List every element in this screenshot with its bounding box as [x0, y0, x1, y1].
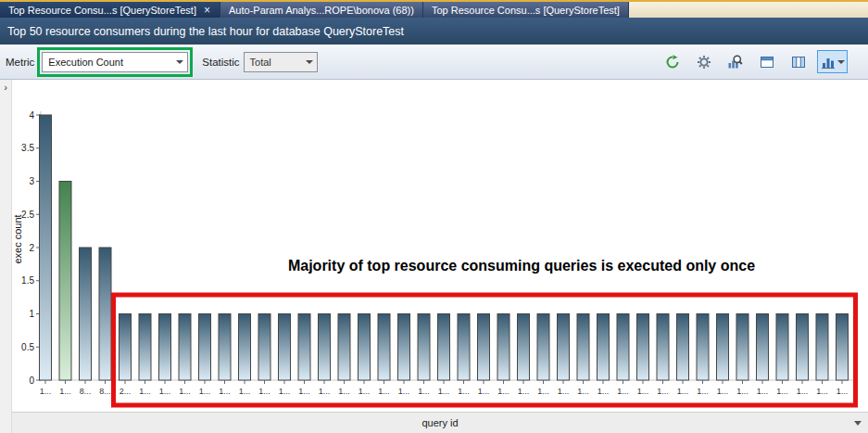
tab-auto-param-analysis[interactable]: Auto-Param Analys...ROPE\bonova (68)) — [220, 2, 423, 18]
tab-label: Top Resource Consu...s [QueryStoreTest] — [432, 5, 620, 16]
bar[interactable] — [418, 314, 430, 381]
svg-text:1...: 1... — [279, 387, 291, 396]
svg-text:1...: 1... — [577, 387, 589, 396]
metric-dropdown[interactable]: Execution Count — [42, 52, 188, 72]
bar[interactable] — [120, 314, 132, 381]
bar-highlighted[interactable] — [59, 182, 71, 381]
bar[interactable] — [837, 314, 849, 381]
bar[interactable] — [378, 314, 390, 381]
bar[interactable] — [577, 314, 589, 381]
svg-text:1...: 1... — [398, 387, 410, 396]
bar[interactable] — [458, 314, 470, 381]
refresh-button[interactable] — [660, 50, 685, 73]
bar[interactable] — [776, 314, 788, 381]
grid-view-button[interactable] — [786, 50, 811, 73]
svg-text:2.5: 2.5 — [21, 210, 34, 220]
svg-text:8...: 8... — [80, 387, 92, 396]
svg-text:1...: 1... — [736, 387, 748, 396]
bar[interactable] — [258, 314, 270, 381]
bar[interactable] — [558, 314, 570, 381]
bar[interactable] — [359, 314, 371, 381]
bar[interactable] — [637, 314, 649, 381]
svg-text:3: 3 — [29, 176, 34, 186]
main-content: › exec count 00.511.522.533.541...1...8.… — [0, 80, 868, 433]
bar[interactable] — [199, 314, 211, 381]
tab-top-resource-consumers-2[interactable]: Top Resource Consu...s [QueryStoreTest] — [423, 2, 629, 18]
svg-text:0.5: 0.5 — [21, 342, 34, 352]
chevron-down-icon — [172, 53, 187, 71]
svg-text:1...: 1... — [637, 387, 649, 396]
bar[interactable] — [617, 314, 629, 381]
svg-text:1...: 1... — [59, 387, 71, 396]
statistic-label: Statistic — [202, 57, 239, 68]
bar[interactable] — [99, 248, 111, 380]
svg-text:1: 1 — [29, 309, 34, 319]
svg-text:4: 4 — [29, 110, 34, 121]
svg-text:1...: 1... — [478, 387, 490, 396]
y-axis-title: exec count — [12, 210, 23, 269]
bar[interactable] — [239, 314, 251, 381]
statistic-dropdown[interactable]: Total — [244, 52, 318, 72]
svg-text:1...: 1... — [677, 387, 689, 396]
svg-text:1...: 1... — [617, 387, 629, 396]
bar[interactable] — [717, 314, 729, 381]
chart-view-button[interactable] — [817, 50, 848, 73]
x-axis-selector-chevron[interactable] — [854, 421, 862, 426]
bar[interactable] — [319, 314, 331, 381]
annotation-text: Majority of top resource consuming queri… — [288, 258, 755, 274]
bar[interactable] — [537, 314, 549, 381]
bar[interactable] — [438, 314, 450, 381]
bar[interactable] — [80, 248, 92, 380]
svg-text:1...: 1... — [797, 387, 809, 396]
bar[interactable] — [338, 314, 350, 381]
svg-text:1...: 1... — [558, 387, 570, 396]
bar[interactable] — [697, 314, 709, 381]
grid-columns-icon — [791, 55, 806, 70]
bar[interactable] — [139, 314, 151, 381]
settings-gear-icon — [697, 55, 711, 70]
tab-top-resource-consumers-1[interactable]: Top Resource Consu...s [QueryStoreTest] … — [0, 2, 220, 18]
view-query-button[interactable] — [723, 50, 748, 73]
query-store-window: Top Resource Consu...s [QueryStoreTest] … — [0, 0, 868, 433]
bar[interactable] — [159, 314, 171, 381]
bar[interactable] — [40, 115, 52, 380]
chevron-down-icon — [302, 53, 317, 71]
tab-label: Top Resource Consu...s [QueryStoreTest] — [8, 5, 196, 16]
metric-label: Metric — [6, 57, 34, 68]
bar[interactable] — [518, 314, 530, 381]
svg-text:1...: 1... — [757, 387, 769, 396]
x-axis-strip: query id — [12, 412, 868, 433]
report-title-bar: Top 50 resource consumers during the las… — [0, 18, 868, 45]
bar[interactable] — [816, 314, 828, 381]
svg-text:1...: 1... — [697, 387, 709, 396]
report-toolbar: Metric Execution Count Statistic Total — [0, 45, 868, 80]
bar[interactable] — [279, 314, 291, 381]
bar-chart: 00.511.522.533.541...1...8...8...2...1..… — [12, 80, 868, 412]
bar[interactable] — [497, 314, 509, 381]
bar[interactable] — [298, 314, 310, 381]
expand-panel-chevron[interactable]: › — [4, 83, 7, 92]
svg-text:1...: 1... — [717, 387, 729, 396]
tab-close-icon[interactable]: × — [203, 6, 211, 15]
svg-text:0: 0 — [29, 376, 34, 386]
settings-button[interactable] — [691, 50, 716, 73]
svg-text:1...: 1... — [139, 387, 151, 396]
bar[interactable] — [736, 314, 748, 381]
collapsed-side-panel: › — [0, 80, 12, 433]
bar[interactable] — [657, 314, 669, 381]
view-query-magnifier-icon — [727, 55, 743, 70]
bar[interactable] — [598, 314, 610, 381]
bar[interactable] — [797, 314, 809, 381]
refresh-icon — [665, 55, 680, 70]
bar[interactable] — [219, 314, 231, 381]
chart-area: exec count 00.511.522.533.541...1...8...… — [12, 80, 868, 412]
bar[interactable] — [757, 314, 769, 381]
svg-text:1...: 1... — [537, 387, 549, 396]
svg-text:1...: 1... — [159, 387, 171, 396]
window-view-button[interactable] — [754, 50, 779, 73]
bar[interactable] — [677, 314, 689, 381]
bar[interactable] — [478, 314, 490, 381]
bar[interactable] — [398, 314, 410, 381]
svg-text:1.5: 1.5 — [21, 275, 34, 286]
bar[interactable] — [179, 314, 191, 381]
